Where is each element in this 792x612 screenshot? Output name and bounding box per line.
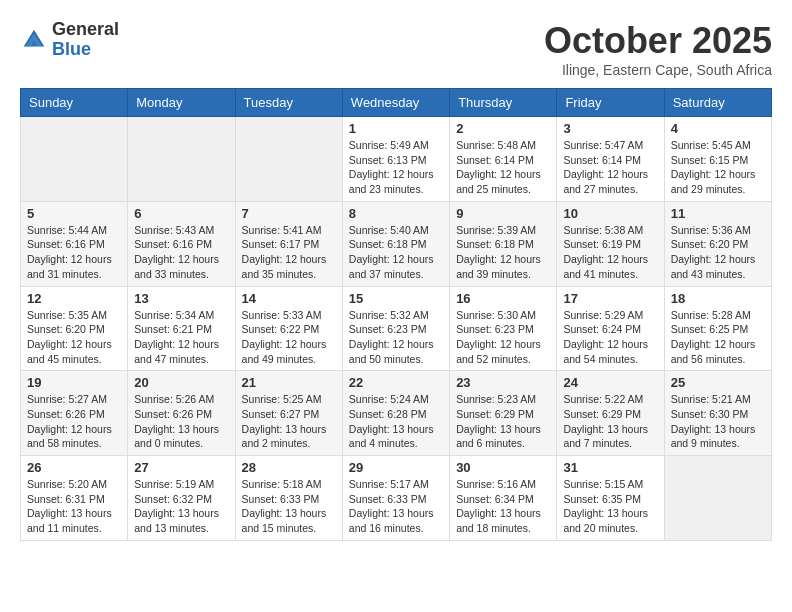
day-info: Sunrise: 5:35 AMSunset: 6:20 PMDaylight:… [27, 308, 121, 367]
day-number: 29 [349, 460, 443, 475]
day-number: 30 [456, 460, 550, 475]
day-number: 8 [349, 206, 443, 221]
day-number: 20 [134, 375, 228, 390]
calendar-cell: 16Sunrise: 5:30 AMSunset: 6:23 PMDayligh… [450, 286, 557, 371]
calendar-cell [21, 117, 128, 202]
calendar-cell: 23Sunrise: 5:23 AMSunset: 6:29 PMDayligh… [450, 371, 557, 456]
day-info: Sunrise: 5:19 AMSunset: 6:32 PMDaylight:… [134, 477, 228, 536]
day-number: 16 [456, 291, 550, 306]
header-tuesday: Tuesday [235, 89, 342, 117]
day-info: Sunrise: 5:21 AMSunset: 6:30 PMDaylight:… [671, 392, 765, 451]
day-number: 5 [27, 206, 121, 221]
header-saturday: Saturday [664, 89, 771, 117]
calendar-cell: 24Sunrise: 5:22 AMSunset: 6:29 PMDayligh… [557, 371, 664, 456]
day-info: Sunrise: 5:20 AMSunset: 6:31 PMDaylight:… [27, 477, 121, 536]
calendar-cell [664, 456, 771, 541]
calendar-cell: 21Sunrise: 5:25 AMSunset: 6:27 PMDayligh… [235, 371, 342, 456]
calendar: Sunday Monday Tuesday Wednesday Thursday… [20, 88, 772, 541]
day-number: 26 [27, 460, 121, 475]
day-number: 27 [134, 460, 228, 475]
day-number: 6 [134, 206, 228, 221]
day-info: Sunrise: 5:32 AMSunset: 6:23 PMDaylight:… [349, 308, 443, 367]
calendar-cell: 26Sunrise: 5:20 AMSunset: 6:31 PMDayligh… [21, 456, 128, 541]
calendar-cell: 4Sunrise: 5:45 AMSunset: 6:15 PMDaylight… [664, 117, 771, 202]
day-number: 9 [456, 206, 550, 221]
calendar-week-5: 26Sunrise: 5:20 AMSunset: 6:31 PMDayligh… [21, 456, 772, 541]
day-number: 28 [242, 460, 336, 475]
calendar-week-4: 19Sunrise: 5:27 AMSunset: 6:26 PMDayligh… [21, 371, 772, 456]
day-number: 10 [563, 206, 657, 221]
day-info: Sunrise: 5:34 AMSunset: 6:21 PMDaylight:… [134, 308, 228, 367]
logo-icon [20, 26, 48, 54]
day-number: 2 [456, 121, 550, 136]
day-info: Sunrise: 5:27 AMSunset: 6:26 PMDaylight:… [27, 392, 121, 451]
weekday-header-row: Sunday Monday Tuesday Wednesday Thursday… [21, 89, 772, 117]
calendar-cell: 18Sunrise: 5:28 AMSunset: 6:25 PMDayligh… [664, 286, 771, 371]
calendar-cell: 30Sunrise: 5:16 AMSunset: 6:34 PMDayligh… [450, 456, 557, 541]
day-info: Sunrise: 5:23 AMSunset: 6:29 PMDaylight:… [456, 392, 550, 451]
calendar-cell: 10Sunrise: 5:38 AMSunset: 6:19 PMDayligh… [557, 201, 664, 286]
day-number: 12 [27, 291, 121, 306]
day-number: 19 [27, 375, 121, 390]
calendar-cell: 31Sunrise: 5:15 AMSunset: 6:35 PMDayligh… [557, 456, 664, 541]
day-info: Sunrise: 5:30 AMSunset: 6:23 PMDaylight:… [456, 308, 550, 367]
day-number: 25 [671, 375, 765, 390]
day-number: 23 [456, 375, 550, 390]
calendar-cell: 25Sunrise: 5:21 AMSunset: 6:30 PMDayligh… [664, 371, 771, 456]
header-friday: Friday [557, 89, 664, 117]
day-info: Sunrise: 5:33 AMSunset: 6:22 PMDaylight:… [242, 308, 336, 367]
day-info: Sunrise: 5:49 AMSunset: 6:13 PMDaylight:… [349, 138, 443, 197]
day-number: 15 [349, 291, 443, 306]
day-number: 11 [671, 206, 765, 221]
header: General Blue October 2025 Ilinge, Easter… [20, 20, 772, 78]
calendar-cell: 6Sunrise: 5:43 AMSunset: 6:16 PMDaylight… [128, 201, 235, 286]
day-info: Sunrise: 5:36 AMSunset: 6:20 PMDaylight:… [671, 223, 765, 282]
calendar-cell: 2Sunrise: 5:48 AMSunset: 6:14 PMDaylight… [450, 117, 557, 202]
calendar-cell: 22Sunrise: 5:24 AMSunset: 6:28 PMDayligh… [342, 371, 449, 456]
calendar-cell [235, 117, 342, 202]
day-number: 21 [242, 375, 336, 390]
day-info: Sunrise: 5:17 AMSunset: 6:33 PMDaylight:… [349, 477, 443, 536]
day-number: 14 [242, 291, 336, 306]
day-number: 1 [349, 121, 443, 136]
day-info: Sunrise: 5:26 AMSunset: 6:26 PMDaylight:… [134, 392, 228, 451]
calendar-week-2: 5Sunrise: 5:44 AMSunset: 6:16 PMDaylight… [21, 201, 772, 286]
calendar-cell: 28Sunrise: 5:18 AMSunset: 6:33 PMDayligh… [235, 456, 342, 541]
day-number: 24 [563, 375, 657, 390]
calendar-cell: 7Sunrise: 5:41 AMSunset: 6:17 PMDaylight… [235, 201, 342, 286]
calendar-cell: 11Sunrise: 5:36 AMSunset: 6:20 PMDayligh… [664, 201, 771, 286]
day-info: Sunrise: 5:45 AMSunset: 6:15 PMDaylight:… [671, 138, 765, 197]
calendar-cell: 27Sunrise: 5:19 AMSunset: 6:32 PMDayligh… [128, 456, 235, 541]
header-sunday: Sunday [21, 89, 128, 117]
day-info: Sunrise: 5:16 AMSunset: 6:34 PMDaylight:… [456, 477, 550, 536]
calendar-cell: 14Sunrise: 5:33 AMSunset: 6:22 PMDayligh… [235, 286, 342, 371]
day-number: 18 [671, 291, 765, 306]
day-info: Sunrise: 5:44 AMSunset: 6:16 PMDaylight:… [27, 223, 121, 282]
logo-general: General [52, 19, 119, 39]
day-number: 31 [563, 460, 657, 475]
calendar-cell: 19Sunrise: 5:27 AMSunset: 6:26 PMDayligh… [21, 371, 128, 456]
calendar-cell: 12Sunrise: 5:35 AMSunset: 6:20 PMDayligh… [21, 286, 128, 371]
day-number: 3 [563, 121, 657, 136]
calendar-week-1: 1Sunrise: 5:49 AMSunset: 6:13 PMDaylight… [21, 117, 772, 202]
day-number: 13 [134, 291, 228, 306]
day-info: Sunrise: 5:15 AMSunset: 6:35 PMDaylight:… [563, 477, 657, 536]
day-info: Sunrise: 5:39 AMSunset: 6:18 PMDaylight:… [456, 223, 550, 282]
calendar-cell: 3Sunrise: 5:47 AMSunset: 6:14 PMDaylight… [557, 117, 664, 202]
header-thursday: Thursday [450, 89, 557, 117]
day-info: Sunrise: 5:24 AMSunset: 6:28 PMDaylight:… [349, 392, 443, 451]
day-info: Sunrise: 5:43 AMSunset: 6:16 PMDaylight:… [134, 223, 228, 282]
day-number: 17 [563, 291, 657, 306]
calendar-cell: 20Sunrise: 5:26 AMSunset: 6:26 PMDayligh… [128, 371, 235, 456]
day-info: Sunrise: 5:22 AMSunset: 6:29 PMDaylight:… [563, 392, 657, 451]
day-info: Sunrise: 5:25 AMSunset: 6:27 PMDaylight:… [242, 392, 336, 451]
day-info: Sunrise: 5:48 AMSunset: 6:14 PMDaylight:… [456, 138, 550, 197]
day-info: Sunrise: 5:47 AMSunset: 6:14 PMDaylight:… [563, 138, 657, 197]
location-subtitle: Ilinge, Eastern Cape, South Africa [544, 62, 772, 78]
calendar-cell: 17Sunrise: 5:29 AMSunset: 6:24 PMDayligh… [557, 286, 664, 371]
day-number: 4 [671, 121, 765, 136]
logo: General Blue [20, 20, 119, 60]
day-number: 22 [349, 375, 443, 390]
logo-text: General Blue [52, 20, 119, 60]
calendar-cell: 8Sunrise: 5:40 AMSunset: 6:18 PMDaylight… [342, 201, 449, 286]
